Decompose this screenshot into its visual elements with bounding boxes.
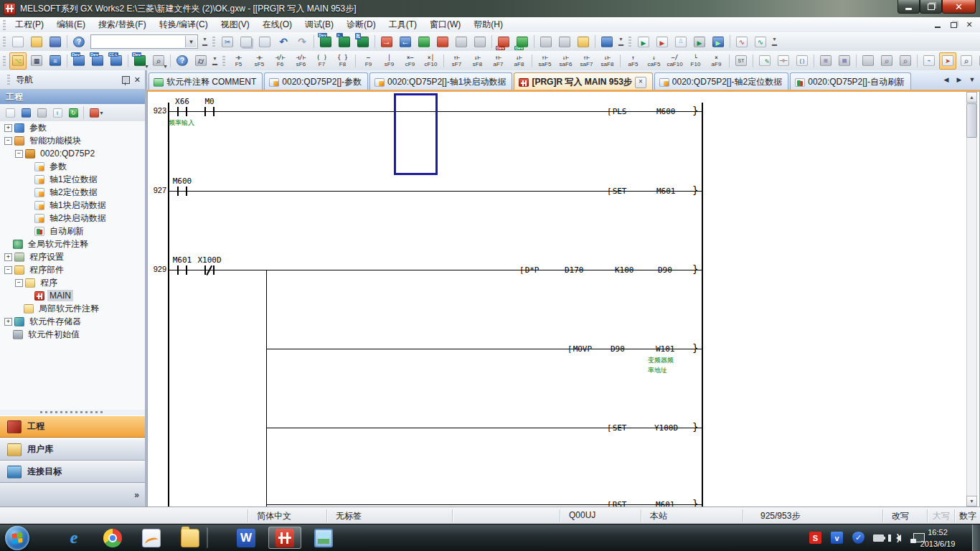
monitor-screen-button[interactable] (598, 33, 616, 50)
document-tab-7[interactable]: 0020:QD75P2[]-自动刷新 (790, 72, 911, 90)
monitor-start-button[interactable] (415, 33, 433, 50)
mdi-minimize-button[interactable] (933, 19, 943, 28)
find-doc-button[interactable]: ⌕ (878, 52, 895, 70)
show-desktop-button[interactable] (972, 524, 980, 551)
monitor-watch-button[interactable]: ⌕ (958, 52, 975, 70)
graph-red-button[interactable]: ∿ (733, 33, 750, 50)
collapse-icon[interactable]: − (15, 279, 23, 287)
collapse-icon[interactable]: − (15, 150, 23, 158)
mdi-restore-button[interactable] (948, 19, 958, 28)
ladder-symbol-F9-button[interactable]: ─F9 (358, 52, 379, 70)
ladder-symbol-caF5-button[interactable]: ↓caF5 (644, 52, 664, 70)
toolbar-grip[interactable] (3, 20, 6, 30)
toolbar-grip[interactable] (3, 37, 6, 47)
ladder-symbol-cF10-button[interactable]: ×│cF10 (420, 52, 441, 70)
nav-info-button[interactable]: i (50, 105, 65, 121)
device-search-button[interactable]: Dev (317, 33, 334, 50)
ladder-symbol-F8-button[interactable]: { }F8 (332, 52, 353, 70)
cut-button[interactable]: ✂ (219, 33, 236, 50)
panel-close-icon[interactable]: ✕ (134, 76, 141, 83)
ladder-symbol-aF7-button[interactable]: ↑⊢aF7 (488, 52, 509, 70)
tree-item-轴2定位数据[interactable]: 轴2定位数据 (0, 186, 145, 199)
monitor-pause-button[interactable] (453, 33, 470, 50)
tab-scroll-left-button[interactable]: ◀ (941, 73, 952, 86)
ladder-symbol-sF7-button[interactable]: ↑⊢sF7 (446, 52, 467, 70)
tree-item-智能功能模块[interactable]: −智能功能模块 (0, 134, 145, 147)
edit-ladder-button[interactable]: ✎ (756, 52, 773, 70)
device-combobox[interactable]: ▼ (90, 34, 198, 49)
list-view-button[interactable]: ≡ (47, 52, 64, 70)
vertical-scrollbar[interactable] (966, 92, 977, 507)
tray-shield-icon[interactable]: ✓ (852, 532, 864, 544)
doc-gen-button[interactable] (859, 52, 877, 70)
paste-button[interactable] (256, 33, 273, 50)
device-cclink-button[interactable]: CC-L (108, 52, 125, 70)
toolbar-grip[interactable] (628, 37, 631, 47)
nav-paste-button[interactable] (34, 105, 50, 121)
trace-setting-button[interactable]: ▶ (654, 33, 671, 50)
menu-item-8[interactable]: 诊断(D) (340, 17, 382, 32)
scrollbar-thumb[interactable] (966, 103, 977, 138)
ladder-symbol-aF8-button[interactable]: ↓⊢aF8 (509, 52, 529, 70)
tree-item-轴1块启动数据[interactable]: 轴1块启动数据 (0, 199, 145, 212)
tree-item-程序设置[interactable]: +程序设置 (0, 250, 145, 263)
note-button[interactable] (556, 33, 573, 50)
ladder-symbol-saF5-button[interactable]: ⇑⊢saF5 (534, 52, 555, 70)
ladder-symbol-F6-button[interactable]: ⊣/⊢F6 (270, 52, 291, 70)
menu-item-4[interactable]: 转换/编译(C) (153, 17, 215, 32)
tree-item-MAIN[interactable]: MAIN (0, 289, 145, 302)
menu-item-7[interactable]: 调试(B) (298, 17, 340, 32)
menu-item-6[interactable]: 在线(O) (256, 17, 298, 32)
device-table-button[interactable]: Dev (89, 52, 106, 70)
ladder-symbol-sF5-button[interactable]: ⊣⊢sF5 (249, 52, 270, 70)
tray-thunder-icon[interactable]: v (831, 532, 843, 544)
tree-item-自动刷新[interactable]: 自动刷新 (0, 225, 145, 237)
menu-item-10[interactable]: 窗口(W) (423, 17, 467, 32)
menu-item-11[interactable]: 帮助(H) (467, 17, 509, 32)
document-tab-3[interactable]: 0020:QD75P2[]-参数 (264, 72, 368, 90)
batch-table-button[interactable]: ▤ (836, 52, 853, 70)
select-mode-button[interactable]: ➤ (939, 52, 956, 70)
menu-item-3[interactable]: 搜索/替换(F) (92, 17, 153, 32)
scroll-down-button[interactable]: ▼ (966, 496, 977, 507)
taskbar-explorer-button[interactable] (174, 527, 207, 549)
trace-screen-button[interactable]: ▶ (710, 33, 727, 50)
edit-cursor[interactable] (394, 93, 438, 175)
expand-icon[interactable]: + (4, 124, 12, 132)
wiring-trace-button[interactable]: ⌁ (920, 52, 938, 70)
mdi-close-button[interactable]: ✕ (964, 19, 974, 28)
view-button-user-library[interactable]: 用户库 (0, 438, 145, 461)
menu-item-1[interactable]: 工程(P) (9, 17, 50, 32)
tray-volume-icon[interactable] (892, 532, 905, 544)
minimize-button[interactable] (897, 0, 920, 14)
view-button-project[interactable]: 工程 (0, 415, 145, 438)
ladder-symbol-cF9-button[interactable]: ×─cF9 (400, 52, 420, 70)
undo-button[interactable]: ↶ (275, 33, 292, 50)
view-bar-more[interactable]: » (0, 483, 145, 507)
taskbar-clock[interactable]: 16:52 2013/6/19 (913, 527, 963, 550)
tab-close-button[interactable]: × (635, 77, 646, 88)
help-button[interactable]: ? (70, 33, 88, 50)
inline-st-button[interactable]: ST (732, 52, 750, 70)
document-tab-6[interactable]: 0020:QD75P2[]-轴2定位数据 (654, 72, 788, 90)
ladder-symbol-F10-button[interactable]: └F10 (685, 52, 706, 70)
collapse-icon[interactable]: − (4, 266, 12, 274)
toolbar-overflow-button[interactable]: ▼▬ (616, 34, 626, 49)
panel-splitter[interactable] (0, 410, 145, 415)
navigation-toggle-button[interactable]: ⌥ (9, 52, 27, 70)
device-watch-button[interactable]: Dev (514, 33, 531, 50)
nav-refresh-button[interactable]: ↻ (65, 105, 81, 121)
nav-new-button[interactable] (2, 105, 18, 121)
read-from-plc-button[interactable]: ← (397, 33, 414, 50)
start-button[interactable] (5, 526, 29, 550)
taskbar-chrome-button[interactable] (96, 527, 129, 549)
ladder-symbol-caF10-button[interactable]: —/caF10 (664, 52, 685, 70)
statement-button[interactable] (537, 33, 555, 50)
monitor-stop-button[interactable] (434, 33, 451, 50)
tree-item-软元件初始值[interactable]: 软元件初始值 (0, 328, 145, 341)
redo-button[interactable]: ↷ (293, 33, 311, 50)
close-button[interactable]: ✕ (942, 0, 976, 14)
toolbar-overflow-button[interactable]: ▼▬ (200, 34, 209, 49)
panel-grip[interactable] (7, 75, 10, 85)
tree-item-0020:QD75P2[interactable]: −0020:QD75P2 (0, 147, 145, 160)
